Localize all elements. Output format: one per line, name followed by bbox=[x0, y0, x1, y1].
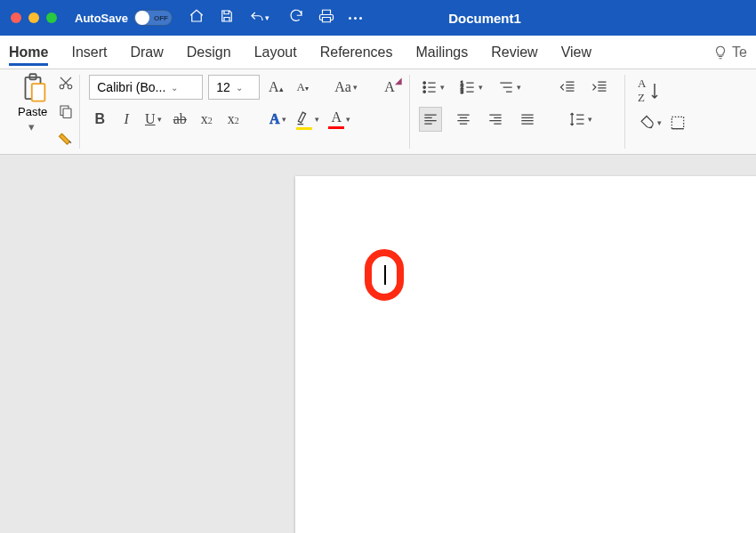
svg-point-7 bbox=[423, 86, 426, 89]
numbering-button[interactable]: 123▾ bbox=[457, 75, 485, 100]
document-page[interactable] bbox=[295, 176, 756, 533]
paste-caret-icon: ▾ bbox=[28, 120, 37, 133]
window-controls bbox=[11, 12, 57, 23]
minimize-window-button[interactable] bbox=[28, 12, 39, 23]
bullets-button[interactable]: ▾ bbox=[419, 75, 446, 100]
increase-indent-button[interactable] bbox=[589, 75, 610, 100]
align-left-button[interactable] bbox=[419, 107, 442, 132]
multilevel-list-button[interactable]: ▾ bbox=[495, 75, 523, 100]
annotation-highlight-ring bbox=[365, 249, 404, 301]
paste-button[interactable]: Paste ▾ bbox=[18, 73, 47, 133]
svg-rect-5 bbox=[63, 109, 71, 118]
home-icon[interactable] bbox=[189, 8, 205, 28]
line-spacing-button[interactable]: ▾ bbox=[567, 107, 594, 132]
save-icon[interactable] bbox=[219, 8, 235, 28]
tell-me-search[interactable]: Te bbox=[712, 44, 747, 61]
align-center-button[interactable] bbox=[453, 107, 474, 132]
svg-rect-12 bbox=[672, 117, 684, 128]
toggle-knob bbox=[135, 11, 149, 25]
tab-review[interactable]: Review bbox=[491, 39, 537, 66]
ribbon-tabs: Home Insert Draw Design Layout Reference… bbox=[0, 36, 756, 69]
tab-mailings[interactable]: Mailings bbox=[416, 39, 469, 66]
autosave-label: AutoSave bbox=[75, 12, 128, 25]
title-bar: AutoSave OFF ▾ Document1 bbox=[0, 0, 756, 36]
cut-button[interactable] bbox=[58, 75, 74, 94]
redo-icon[interactable] bbox=[288, 8, 304, 28]
tab-references[interactable]: References bbox=[320, 39, 393, 66]
lightbulb-icon bbox=[712, 44, 728, 61]
sort-button[interactable]: AZ bbox=[636, 78, 665, 103]
chevron-down-icon: ⌄ bbox=[236, 83, 243, 93]
tab-view[interactable]: View bbox=[561, 39, 591, 66]
paragraph-group: ▾ 123▾ ▾ bbox=[410, 75, 625, 149]
strikethrough-button[interactable]: ab bbox=[169, 107, 190, 132]
change-case-button[interactable]: Aa▾ bbox=[333, 75, 359, 100]
svg-text:3: 3 bbox=[461, 89, 463, 94]
align-right-button[interactable] bbox=[485, 107, 506, 132]
clear-formatting-button[interactable]: A◢ bbox=[379, 75, 400, 100]
bold-button[interactable]: B bbox=[89, 107, 110, 132]
ribbon-home: Paste ▾ Calibri (Bo... ⌄ bbox=[0, 69, 756, 155]
maximize-window-button[interactable] bbox=[46, 12, 57, 23]
svg-point-8 bbox=[423, 91, 426, 93]
highlight-color-button[interactable]: ▾ bbox=[294, 107, 321, 132]
tab-insert[interactable]: Insert bbox=[71, 39, 107, 66]
underline-button[interactable]: U▾ bbox=[142, 107, 164, 132]
more-icon[interactable] bbox=[349, 17, 362, 20]
shading-button[interactable]: ▾ bbox=[636, 110, 664, 135]
tell-me-label: Te bbox=[732, 44, 747, 61]
italic-button[interactable]: I bbox=[116, 107, 137, 132]
superscript-button[interactable]: x2 bbox=[222, 107, 244, 132]
decrease-indent-button[interactable] bbox=[557, 75, 578, 100]
text-effects-button[interactable]: A▾ bbox=[267, 107, 288, 132]
print-icon[interactable] bbox=[318, 8, 334, 28]
close-window-button[interactable] bbox=[11, 12, 21, 23]
quick-access-toolbar: ▾ bbox=[189, 8, 362, 28]
styles-group: AZ ▾ bbox=[625, 75, 692, 149]
font-size-value: 12 bbox=[216, 80, 230, 94]
svg-point-6 bbox=[423, 82, 426, 85]
borders-button[interactable] bbox=[667, 110, 688, 135]
copy-button[interactable] bbox=[58, 103, 74, 123]
font-family-value: Calibri (Bo... bbox=[97, 80, 165, 94]
clipboard-group: Paste ▾ bbox=[9, 75, 80, 149]
autosave-control[interactable]: AutoSave OFF bbox=[75, 10, 173, 26]
tab-layout[interactable]: Layout bbox=[254, 39, 297, 66]
document-workspace[interactable] bbox=[0, 155, 756, 533]
tab-home[interactable]: Home bbox=[9, 39, 48, 66]
paste-label: Paste bbox=[18, 105, 47, 118]
grow-font-button[interactable]: A▴ bbox=[265, 75, 286, 100]
font-color-button[interactable]: A ▾ bbox=[326, 107, 352, 132]
clipboard-icon bbox=[20, 73, 46, 103]
tab-draw[interactable]: Draw bbox=[130, 39, 163, 66]
subscript-button[interactable]: x2 bbox=[196, 107, 217, 132]
autosave-toggle[interactable]: OFF bbox=[133, 10, 173, 26]
chevron-down-icon: ⌄ bbox=[171, 83, 178, 93]
shrink-font-button[interactable]: A▾ bbox=[292, 75, 313, 100]
font-group: Calibri (Bo... ⌄ 12 ⌄ A▴ A▾ Aa▾ A◢ B I U… bbox=[80, 75, 410, 149]
svg-rect-2 bbox=[31, 84, 44, 101]
format-painter-button[interactable] bbox=[58, 132, 74, 151]
font-size-dropdown[interactable]: 12 ⌄ bbox=[208, 75, 260, 100]
font-family-dropdown[interactable]: Calibri (Bo... ⌄ bbox=[89, 75, 203, 100]
justify-button[interactable] bbox=[517, 107, 538, 132]
tab-design[interactable]: Design bbox=[187, 39, 231, 66]
autosave-state: OFF bbox=[154, 14, 168, 22]
undo-icon[interactable]: ▾ bbox=[249, 10, 274, 26]
